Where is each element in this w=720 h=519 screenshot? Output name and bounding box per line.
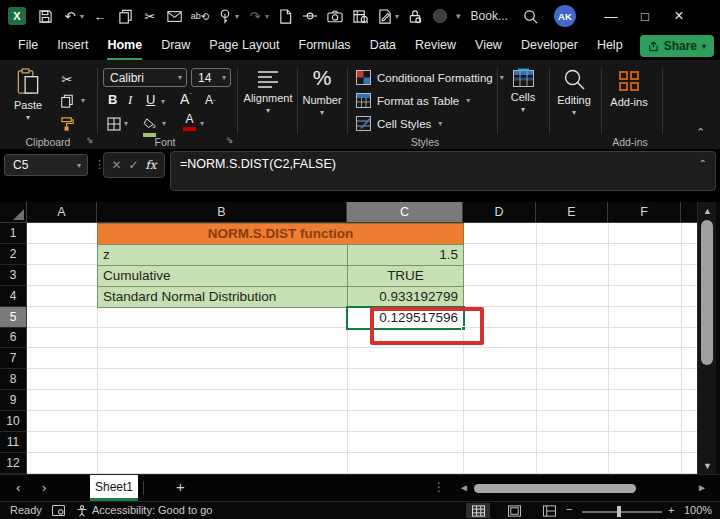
close-button[interactable]: ×	[662, 0, 696, 32]
row-header-9[interactable]: 9	[0, 390, 26, 411]
select-all-corner[interactable]	[0, 202, 27, 223]
borders-button[interactable]	[105, 115, 123, 133]
row-header-2[interactable]: 2	[0, 244, 26, 265]
row-header-11[interactable]: 11	[0, 432, 26, 453]
lock-search-icon[interactable]	[406, 7, 424, 25]
maximize-button[interactable]: □	[628, 0, 662, 32]
quick-access-options-chevron-icon[interactable]: ▾	[456, 11, 461, 21]
font-dialog-launcher-icon[interactable]: ⇘	[226, 135, 234, 145]
cells-area[interactable]: NORM.S.DIST function z 1.5 Cumulative TR…	[27, 223, 697, 474]
tab-file[interactable]: File	[18, 32, 38, 60]
sheet-tab-sheet1[interactable]: Sheet1	[90, 475, 138, 501]
zoom-slider-thumb[interactable]	[617, 506, 621, 517]
record-circle-icon[interactable]	[431, 7, 449, 25]
redo-icon[interactable]: ↷	[246, 7, 264, 25]
minimize-button[interactable]: —	[594, 0, 628, 32]
paste-chevron-icon[interactable]: ▾	[26, 113, 30, 122]
undo-chevron-icon[interactable]: ▾	[80, 12, 84, 21]
cells-chevron-icon[interactable]: ▾	[521, 105, 525, 114]
cancel-icon[interactable]: ✕	[111, 158, 121, 172]
hscroll-right-icon[interactable]: ►	[697, 482, 707, 493]
number-button[interactable]: % Number ▾	[300, 66, 344, 117]
font-color-chevron-icon[interactable]: ▾	[200, 119, 204, 128]
tab-formulas[interactable]: Formulas	[299, 32, 351, 60]
underline-button[interactable]: U	[146, 92, 155, 107]
conditional-formatting-button[interactable]: Conditional Formatting▾	[356, 70, 504, 85]
row-header-6[interactable]: 6	[0, 328, 26, 349]
row-header-1[interactable]: 1	[0, 223, 26, 244]
italic-button[interactable]: I	[128, 92, 132, 108]
editing-button[interactable]: Editing ▾	[552, 68, 596, 117]
shrink-font-button[interactable]: Aˇ	[205, 93, 216, 107]
save-icon[interactable]	[36, 7, 54, 25]
camera-icon[interactable]	[326, 7, 344, 25]
tab-page-layout[interactable]: Page Layout	[209, 32, 279, 60]
column-header-a[interactable]: A	[27, 202, 97, 223]
touch-mode-chevron-icon[interactable]: ▾	[235, 12, 239, 21]
borders-chevron-icon[interactable]: ▾	[124, 119, 128, 128]
accessibility-status[interactable]: Accessibility: Good to go	[92, 504, 212, 516]
cell-b2[interactable]: z	[97, 244, 348, 266]
macro-record-icon[interactable]	[52, 505, 65, 518]
tab-help[interactable]: Help	[597, 32, 623, 60]
editing-chevron-icon[interactable]: ▾	[572, 108, 576, 117]
tab-home[interactable]: Home	[107, 32, 142, 60]
share-button[interactable]: Share ▾	[640, 35, 714, 57]
zoom-level[interactable]: 100%	[684, 504, 712, 516]
back-arrow-icon[interactable]: ←	[91, 7, 109, 25]
column-header-c[interactable]: C	[347, 202, 463, 223]
page-layout-view-icon[interactable]	[502, 503, 526, 518]
name-box[interactable]: C5 ▾	[4, 154, 88, 176]
row-header-8[interactable]: 8	[0, 369, 26, 390]
paste-button[interactable]: Paste ▾	[14, 68, 42, 122]
new-file-icon[interactable]	[276, 7, 294, 25]
insert-function-icon[interactable]: fx	[145, 158, 156, 172]
cell-b1-title[interactable]: NORM.S.DIST function	[97, 223, 464, 245]
hscroll-left-icon[interactable]: ◄	[459, 482, 469, 493]
copy-icon[interactable]	[116, 7, 134, 25]
vertical-scrollbar[interactable]: ▲ ▼	[697, 202, 716, 474]
formula-bar-collapse-icon[interactable]: ⌃	[699, 158, 707, 169]
doc-edit-icon[interactable]	[376, 7, 394, 25]
tab-developer[interactable]: Developer	[521, 32, 578, 60]
font-color-button[interactable]: A	[183, 112, 196, 131]
font-size-combobox[interactable]: 14▾	[191, 68, 231, 87]
cell-c3[interactable]: TRUE	[347, 265, 464, 287]
clipboard-dialog-launcher-icon[interactable]: ⇘	[86, 135, 94, 145]
row-header-5[interactable]: 5	[0, 307, 26, 328]
doc-edit-chevron-icon[interactable]: ▾	[395, 12, 399, 21]
formula-input[interactable]: =NORM.S.DIST(C2,FALSE) ⌃	[170, 151, 716, 191]
addins-button[interactable]: Add-ins	[606, 70, 652, 108]
bold-button[interactable]: B	[108, 92, 117, 107]
grow-font-button[interactable]: Aˆ	[180, 91, 192, 107]
redo-chevron-icon[interactable]: ▾	[265, 12, 269, 21]
row-header-7[interactable]: 7	[0, 348, 26, 369]
column-header-e[interactable]: E	[536, 202, 608, 223]
horizontal-scrollbar-thumb[interactable]	[474, 484, 636, 493]
row-header-12[interactable]: 12	[0, 453, 26, 474]
spelling-icon[interactable]: ab⟲	[191, 7, 209, 25]
normal-view-icon[interactable]	[466, 503, 490, 518]
cut-icon[interactable]: ✂	[141, 7, 159, 25]
scrollbar-grip-icon[interactable]: ⋮	[433, 480, 445, 494]
tab-insert[interactable]: Insert	[57, 32, 88, 60]
email-icon[interactable]	[166, 7, 184, 25]
cell-b4[interactable]: Standard Normal Distribution	[97, 286, 348, 308]
fill-color-button[interactable]	[143, 114, 156, 137]
sheet-prev-icon[interactable]: ‹	[16, 480, 20, 495]
sheet-lookup-icon[interactable]	[351, 7, 369, 25]
format-as-table-button[interactable]: Format as Table▾	[356, 93, 470, 108]
cells-button[interactable]: Cells ▾	[502, 68, 544, 114]
tab-data[interactable]: Data	[370, 32, 396, 60]
undo-button[interactable]: ↶	[61, 7, 79, 25]
cut-button[interactable]: ✂	[58, 70, 76, 88]
cell-b3[interactable]: Cumulative	[97, 265, 348, 287]
row-header-10[interactable]: 10	[0, 411, 26, 432]
format-painter-button[interactable]	[58, 114, 76, 132]
attach-icon[interactable]	[301, 7, 319, 25]
tab-draw[interactable]: Draw	[161, 32, 190, 60]
tab-review[interactable]: Review	[415, 32, 456, 60]
collapse-ribbon-icon[interactable]: ⌃	[696, 126, 705, 139]
zoom-slider-track[interactable]	[582, 511, 662, 513]
zoom-out-icon[interactable]: −	[566, 503, 572, 515]
